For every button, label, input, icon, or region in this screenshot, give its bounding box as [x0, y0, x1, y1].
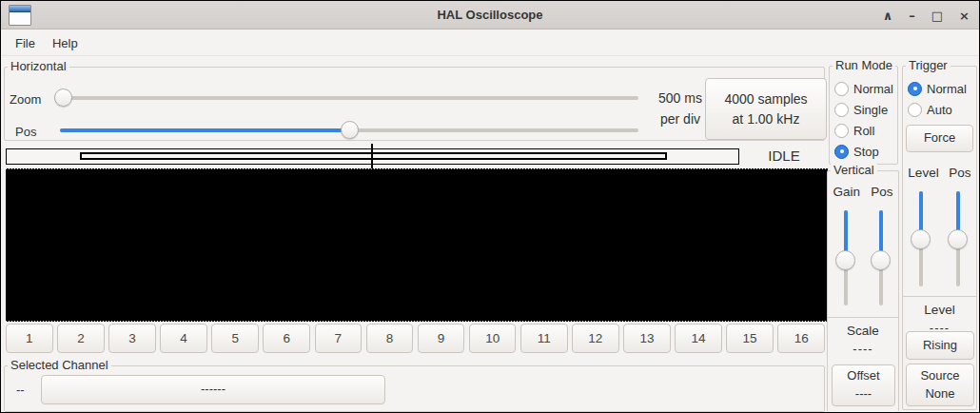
- channel-button-13[interactable]: 13: [623, 324, 671, 353]
- trigger-source-line2: None: [925, 385, 954, 403]
- radio-icon: [834, 124, 849, 138]
- minimize-button[interactable]: –: [909, 10, 915, 22]
- trigger-level-caption: Level: [903, 303, 976, 317]
- selected-channel-number: --: [16, 383, 25, 397]
- channel-button-2[interactable]: 2: [57, 324, 105, 353]
- channel-button-5[interactable]: 5: [211, 324, 259, 353]
- trigger-source-button[interactable]: Source None: [906, 364, 974, 406]
- trigger-slider-labels: Level Pos: [903, 166, 976, 180]
- zoom-slider-handle[interactable]: [54, 88, 72, 107]
- divider: [903, 296, 976, 297]
- zoom-slider-track[interactable]: [54, 96, 638, 100]
- trigger-source-line1: Source: [920, 367, 959, 385]
- channel-button-16[interactable]: 16: [777, 324, 825, 353]
- channel-button-4[interactable]: 4: [160, 324, 207, 353]
- channel-button-11[interactable]: 11: [520, 324, 568, 353]
- time-per-div-line2: per div: [652, 108, 709, 129]
- selected-channel-source-button[interactable]: ------: [41, 375, 385, 404]
- app-window: HAL Oscilloscope ∧ – □ × File Help Horiz…: [0, 0, 980, 413]
- vertical-group: Vertical Gain Pos Scale ----: [827, 170, 899, 412]
- horizontal-group: Horizontal Zoom Pos 500 ms per div 4000: [4, 67, 825, 141]
- channel-button-1[interactable]: 1: [6, 324, 53, 353]
- pos-slider-label: Pos: [15, 125, 36, 139]
- shade-button[interactable]: ∧: [883, 10, 893, 22]
- selected-channel-group: Selected Channel -- ------: [4, 365, 825, 412]
- run-mode-group: Run Mode Normal Single Roll Stop: [829, 66, 898, 165]
- samples-line1: 4000 samples: [724, 89, 807, 108]
- channel-button-10[interactable]: 10: [469, 324, 517, 353]
- close-button[interactable]: ×: [959, 10, 970, 22]
- window-controls: ∧ – □ ×: [883, 1, 970, 30]
- vertical-group-label: Vertical: [831, 164, 877, 177]
- gain-slider[interactable]: [835, 210, 856, 305]
- vertical-sliders: [828, 210, 898, 305]
- offset-button-label: Offset: [847, 367, 879, 385]
- channel-button-9[interactable]: 9: [418, 324, 465, 353]
- channel-button-14[interactable]: 14: [675, 324, 722, 353]
- samples-line2: at 1.00 kHz: [733, 109, 800, 128]
- run-mode-group-label: Run Mode: [833, 59, 895, 72]
- horizontal-group-label: Horizontal: [8, 60, 69, 73]
- radio-icon: [834, 103, 849, 117]
- trigger-option-normal[interactable]: Normal: [903, 78, 976, 99]
- gain-slider-handle[interactable]: [835, 250, 855, 270]
- gain-slider-label: Gain: [833, 185, 861, 199]
- trigger-option-auto[interactable]: Auto: [903, 99, 976, 120]
- trigger-group: Trigger Normal Auto Force Level Pos: [902, 66, 977, 410]
- run-mode-option-stop[interactable]: Stop: [830, 141, 897, 162]
- trigger-level-slider-handle[interactable]: [911, 229, 931, 249]
- run-mode-option-normal[interactable]: Normal: [830, 78, 897, 99]
- scope-display: [6, 168, 828, 322]
- content: Horizontal Zoom Pos 500 ms per div 4000: [1, 56, 979, 412]
- record-bar-row: IDLE: [6, 144, 825, 168]
- trigger-level-slider[interactable]: [911, 191, 931, 286]
- radio-icon: [908, 82, 922, 96]
- radio-icon: [834, 145, 849, 159]
- menu-file[interactable]: File: [7, 32, 44, 54]
- vertical-pos-slider[interactable]: [871, 210, 892, 305]
- force-button[interactable]: Force: [906, 125, 973, 152]
- titlebar: HAL Oscilloscope ∧ – □ ×: [1, 1, 979, 30]
- time-per-div-line1: 500 ms: [652, 88, 709, 108]
- offset-button[interactable]: Offset ----: [832, 364, 895, 406]
- scale-value: ----: [828, 342, 898, 356]
- trigger-position-marker: [371, 144, 373, 168]
- menu-help[interactable]: Help: [44, 32, 87, 54]
- channel-button-7[interactable]: 7: [315, 324, 363, 353]
- selected-channel-group-label: Selected Channel: [8, 359, 111, 372]
- channel-button-6[interactable]: 6: [263, 324, 310, 353]
- record-view-region: [80, 152, 667, 160]
- horizontal-pos-slider[interactable]: [60, 121, 638, 140]
- horizontal-pos-slider-fill: [60, 128, 349, 132]
- trigger-edge-button[interactable]: Rising: [906, 331, 974, 360]
- maximize-button[interactable]: □: [931, 10, 943, 22]
- channel-button-row: 1 2 3 4 5 6 7 8 9 10 11 12 13 14 15 16: [6, 324, 825, 353]
- trigger-pos-slider-label: Pos: [949, 166, 970, 180]
- trigger-pos-slider[interactable]: [948, 191, 969, 286]
- run-mode-option-single[interactable]: Single: [830, 99, 897, 120]
- samples-rate-button[interactable]: 4000 samples at 1.00 kHz: [705, 78, 827, 140]
- vertical-pos-slider-label: Pos: [871, 185, 892, 199]
- radio-icon: [908, 103, 922, 117]
- trigger-group-label: Trigger: [906, 59, 951, 72]
- app-icon-titlebar: [10, 6, 30, 12]
- vertical-slider-labels: Gain Pos: [828, 185, 898, 199]
- capture-status-label: IDLE: [743, 148, 825, 164]
- offset-button-value: ----: [855, 385, 872, 403]
- scale-caption: Scale: [828, 324, 898, 338]
- vertical-pos-slider-handle[interactable]: [871, 250, 891, 270]
- channel-button-15[interactable]: 15: [726, 324, 774, 353]
- channel-button-8[interactable]: 8: [366, 324, 414, 353]
- radio-icon: [834, 82, 849, 96]
- trigger-level-slider-label: Level: [908, 166, 938, 180]
- time-per-div-readout: 500 ms per div: [652, 88, 709, 129]
- channel-button-3[interactable]: 3: [108, 324, 156, 353]
- divider: [828, 317, 898, 318]
- app-icon: [9, 5, 31, 26]
- channel-button-12[interactable]: 12: [572, 324, 619, 353]
- trigger-sliders: [903, 191, 976, 286]
- zoom-slider[interactable]: [54, 88, 638, 108]
- trigger-pos-slider-handle[interactable]: [948, 229, 968, 249]
- run-mode-option-roll[interactable]: Roll: [830, 120, 897, 141]
- horizontal-pos-slider-handle[interactable]: [341, 121, 359, 139]
